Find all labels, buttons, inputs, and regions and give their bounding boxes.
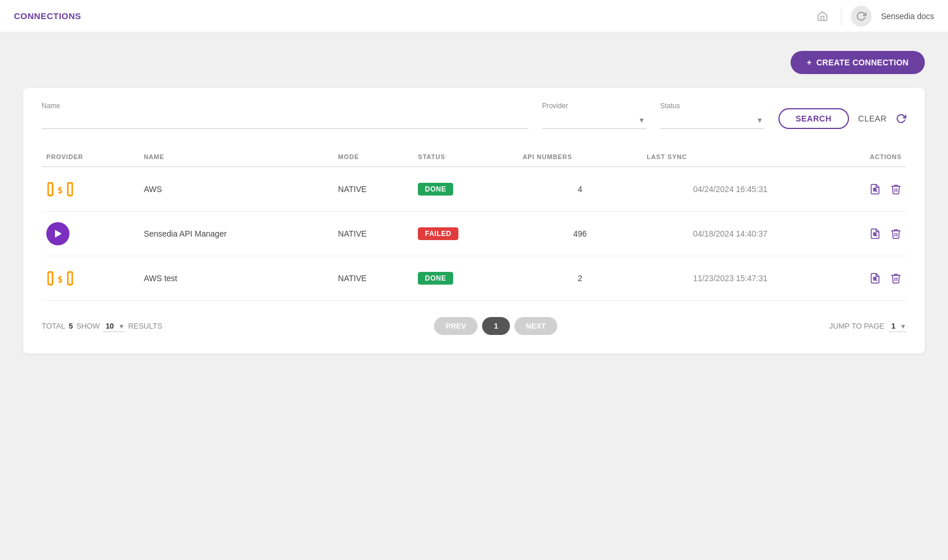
cell-last-sync: 11/23/2023 15:47:31: [642, 256, 819, 301]
docs-link[interactable]: Sensedia docs: [881, 12, 934, 21]
search-button[interactable]: SEARCH: [778, 108, 849, 129]
results-label: RESULTS: [128, 322, 162, 330]
status-filter-label: Status: [660, 102, 765, 110]
clear-button[interactable]: CLEAR: [858, 114, 887, 123]
svg-marker-7: [55, 230, 62, 237]
plus-icon: +: [807, 58, 811, 67]
nav-divider: [841, 7, 842, 25]
col-last-sync: LAST SYNC: [642, 148, 819, 167]
prev-button[interactable]: PREV: [434, 317, 477, 335]
provider-select-wrap: AWS Sensedia ▼: [542, 112, 646, 129]
cell-name: AWS: [139, 167, 333, 212]
aws-provider-icon: $: [46, 267, 74, 290]
connections-table: PROVIDER NAME MODE STATUS API NUMBERS LA…: [42, 148, 906, 301]
name-filter-label: Name: [42, 102, 528, 110]
create-btn-row: + CREATE CONNECTION: [23, 51, 925, 74]
total-count: 5: [69, 322, 73, 330]
cell-actions: [818, 167, 906, 212]
provider-filter-label: Provider: [542, 102, 646, 110]
create-connection-label: CREATE CONNECTION: [816, 58, 909, 67]
cell-provider-icon: [42, 212, 139, 256]
delete-icon[interactable]: [890, 183, 902, 195]
view-icon[interactable]: [869, 183, 881, 195]
cell-provider-icon: $: [42, 256, 139, 301]
cell-actions: [818, 212, 906, 256]
col-mode: MODE: [333, 148, 413, 167]
table-header-row: PROVIDER NAME MODE STATUS API NUMBERS LA…: [42, 148, 906, 167]
cell-name: Sensedia API Manager: [139, 212, 333, 256]
filter-actions: SEARCH CLEAR: [778, 108, 906, 129]
total-label: TOTAL: [42, 322, 65, 330]
svg-rect-1: [68, 183, 72, 196]
cell-provider-icon: $: [42, 167, 139, 212]
delete-icon[interactable]: [890, 272, 902, 284]
pagination-info: TOTAL 5 SHOW 10 25 50 ▼ RESULTS: [42, 320, 162, 332]
aws-provider-icon: $: [46, 178, 74, 201]
view-icon[interactable]: [869, 272, 881, 284]
pagination-controls: PREV 1 NEXT: [434, 317, 557, 335]
svg-rect-13: [68, 272, 72, 285]
table-row: $ AWSNATIVEDONE404/24/2024 16:45:31: [42, 167, 906, 212]
col-provider: PROVIDER: [42, 148, 139, 167]
topnav-right: Sensedia docs: [813, 6, 934, 27]
status-badge: FAILED: [418, 227, 458, 240]
jump-to-page: JUMP TO PAGE 1 ▼: [829, 320, 906, 332]
svg-text:$: $: [57, 274, 63, 285]
provider-filter-select[interactable]: AWS Sensedia: [542, 112, 646, 128]
refresh-icon[interactable]: [851, 6, 872, 27]
cell-mode: NATIVE: [333, 256, 413, 301]
cell-last-sync: 04/24/2024 16:45:31: [642, 167, 819, 212]
pagination-row: TOTAL 5 SHOW 10 25 50 ▼ RESULTS PREV 1 N…: [42, 317, 906, 335]
delete-icon[interactable]: [890, 228, 902, 240]
jump-select-wrap: 1 ▼: [889, 320, 906, 332]
cell-api-numbers: 4: [518, 167, 642, 212]
page-1-button[interactable]: 1: [482, 317, 509, 335]
jump-label: JUMP TO PAGE: [829, 322, 884, 330]
col-name: NAME: [139, 148, 333, 167]
status-badge: DONE: [418, 183, 453, 196]
home-icon[interactable]: [813, 7, 832, 25]
cell-mode: NATIVE: [333, 212, 413, 256]
sensedia-provider-icon: [46, 222, 69, 245]
topnav: CONNECTIONS Sensedia docs: [0, 0, 948, 32]
view-icon[interactable]: [869, 228, 881, 240]
jump-select[interactable]: 1: [889, 320, 906, 332]
provider-filter-field: Provider AWS Sensedia ▼: [542, 102, 646, 129]
filter-panel: Name Provider AWS Sensedia ▼ Status: [23, 88, 925, 353]
reload-button[interactable]: [896, 113, 906, 124]
col-api-numbers: API NUMBERS: [518, 148, 642, 167]
next-button[interactable]: NEXT: [515, 317, 558, 335]
status-badge: DONE: [418, 272, 453, 285]
cell-status: DONE: [413, 167, 518, 212]
main-content: + CREATE CONNECTION Name Provider AWS Se…: [0, 32, 948, 372]
cell-api-numbers: 496: [518, 212, 642, 256]
svg-rect-12: [48, 272, 53, 285]
table-wrap: PROVIDER NAME MODE STATUS API NUMBERS LA…: [42, 148, 906, 301]
svg-text:$: $: [57, 185, 63, 196]
show-select[interactable]: 10 25 50: [103, 320, 124, 332]
table-row: Sensedia API ManagerNATIVEFAILED49604/18…: [42, 212, 906, 256]
status-select-wrap: DONE FAILED ▼: [660, 112, 765, 129]
cell-status: DONE: [413, 256, 518, 301]
col-actions: ACTIONS: [818, 148, 906, 167]
cell-mode: NATIVE: [333, 167, 413, 212]
status-filter-field: Status DONE FAILED ▼: [660, 102, 765, 129]
show-select-wrap: 10 25 50 ▼: [103, 320, 124, 332]
cell-status: FAILED: [413, 212, 518, 256]
name-filter-input[interactable]: [42, 112, 528, 129]
page-title: CONNECTIONS: [14, 11, 81, 21]
status-filter-select[interactable]: DONE FAILED: [660, 112, 765, 128]
svg-rect-0: [48, 183, 53, 196]
cell-last-sync: 04/18/2024 14:40:37: [642, 212, 819, 256]
cell-api-numbers: 2: [518, 256, 642, 301]
show-label: SHOW: [76, 322, 100, 330]
name-filter-field: Name: [42, 102, 528, 129]
cell-actions: [818, 256, 906, 301]
create-connection-button[interactable]: + CREATE CONNECTION: [791, 51, 925, 74]
table-row: $ AWS testNATIVEDONE211/23/2023 15:47:31: [42, 256, 906, 301]
filter-row: Name Provider AWS Sensedia ▼ Status: [42, 102, 906, 129]
cell-name: AWS test: [139, 256, 333, 301]
col-status: STATUS: [413, 148, 518, 167]
